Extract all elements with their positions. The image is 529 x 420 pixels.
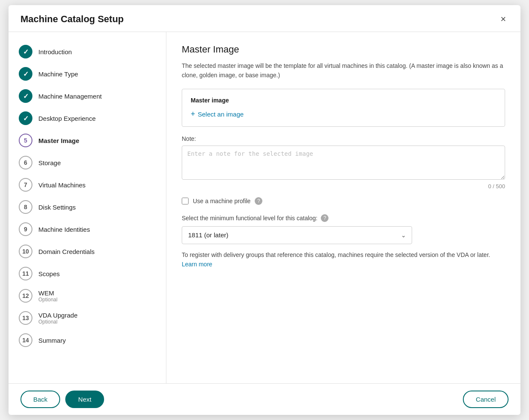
step-circle-9: 9 xyxy=(19,222,32,236)
step-label-5: Master Image xyxy=(38,137,79,144)
char-count: 0 / 500 xyxy=(182,183,505,190)
step-label-9: Machine Identities xyxy=(38,226,90,233)
machine-profile-label: Use a machine profile xyxy=(193,198,250,204)
master-image-label: Master image xyxy=(191,97,496,104)
select-image-button[interactable]: + Select an image xyxy=(191,110,244,119)
sidebar-step-10[interactable]: 10Domain Credentials xyxy=(9,240,166,262)
dialog-body: ✓Introduction✓Machine Type✓Machine Manag… xyxy=(9,32,520,383)
dialog-footer: Back Next Cancel xyxy=(9,383,520,415)
sidebar-step-4[interactable]: ✓Desktop Experience xyxy=(9,107,166,129)
step-label-4: Desktop Experience xyxy=(38,115,96,122)
plus-icon: + xyxy=(191,110,195,119)
functional-level-help-icon[interactable]: ? xyxy=(321,214,328,222)
dialog-header: Machine Catalog Setup × xyxy=(9,5,520,32)
note-textarea[interactable] xyxy=(182,146,505,180)
note-section: Note: 0 / 500 xyxy=(182,135,505,190)
close-button[interactable]: × xyxy=(498,14,509,25)
step-circle-14: 14 xyxy=(19,333,32,347)
functional-level-select[interactable]: 1811 (or later)2003 (or later)2006 (or l… xyxy=(182,226,412,244)
sidebar-step-2[interactable]: ✓Machine Type xyxy=(9,63,166,85)
step-circle-6: 6 xyxy=(19,156,32,169)
step-circle-7: 7 xyxy=(19,178,32,192)
sidebar-step-6[interactable]: 6Storage xyxy=(9,152,166,174)
functional-level-text: Select the minimum functional level for … xyxy=(182,215,317,222)
master-image-box: Master image + Select an image xyxy=(182,89,505,127)
sidebar-step-3[interactable]: ✓Machine Management xyxy=(9,85,166,107)
machine-profile-row: Use a machine profile ? xyxy=(182,197,505,205)
sidebar-step-11[interactable]: 11Scopes xyxy=(9,262,166,285)
step-label-7: Virtual Machines xyxy=(38,181,86,189)
step-label-1: Introduction xyxy=(38,48,72,55)
footer-left-buttons: Back Next xyxy=(20,391,104,408)
step-circle-5: 5 xyxy=(19,134,32,147)
dialog-title: Machine Catalog Setup xyxy=(20,14,124,25)
machine-catalog-setup-dialog: Machine Catalog Setup × ✓Introduction✓Ma… xyxy=(9,5,520,415)
sidebar-step-9[interactable]: 9Machine Identities xyxy=(9,218,166,240)
learn-more-link[interactable]: Learn more xyxy=(182,261,212,268)
select-image-label: Select an image xyxy=(198,111,244,118)
description-text: The selected master image will be the te… xyxy=(182,61,505,80)
step-label-2: Machine Type xyxy=(38,70,78,78)
step-label-3: Machine Management xyxy=(38,93,102,100)
note-label: Note: xyxy=(182,135,505,142)
step-label-10: Domain Credentials xyxy=(38,248,95,255)
functional-level-label: Select the minimum functional level for … xyxy=(182,214,505,222)
sidebar-step-5[interactable]: 5Master Image xyxy=(9,129,166,152)
step-label-11: Scopes xyxy=(38,270,60,277)
step-label-8: Disk Settings xyxy=(38,204,76,211)
vda-note-text: To register with delivery groups that re… xyxy=(182,251,490,258)
next-button[interactable]: Next xyxy=(65,391,104,408)
step-circle-3: ✓ xyxy=(19,89,32,103)
step-label-12: WEMOptional xyxy=(38,289,58,303)
step-label-13: VDA UpgradeOptional xyxy=(38,312,78,325)
cancel-button[interactable]: Cancel xyxy=(463,391,509,408)
step-label-14: Summary xyxy=(38,337,66,344)
sidebar-step-12[interactable]: 12WEMOptional xyxy=(9,285,166,307)
sidebar-step-8[interactable]: 8Disk Settings xyxy=(9,196,166,218)
vda-note: To register with delivery groups that re… xyxy=(182,250,505,269)
step-circle-4: ✓ xyxy=(19,111,32,125)
machine-profile-checkbox[interactable] xyxy=(182,198,189,204)
sidebar-step-7[interactable]: 7Virtual Machines xyxy=(9,174,166,196)
step-circle-10: 10 xyxy=(19,245,32,258)
sidebar-step-1[interactable]: ✓Introduction xyxy=(9,41,166,63)
page-title: Master Image xyxy=(182,44,505,55)
step-label-6: Storage xyxy=(38,159,61,166)
machine-profile-help-icon[interactable]: ? xyxy=(255,197,262,205)
main-content: Master Image The selected master image w… xyxy=(166,32,520,383)
sidebar: ✓Introduction✓Machine Type✓Machine Manag… xyxy=(9,32,166,383)
step-circle-13: 13 xyxy=(19,311,32,325)
functional-level-dropdown-wrapper: 1811 (or later)2003 (or later)2006 (or l… xyxy=(182,226,412,244)
step-circle-2: ✓ xyxy=(19,67,32,81)
step-circle-11: 11 xyxy=(19,267,32,280)
step-circle-8: 8 xyxy=(19,200,32,214)
functional-level-section: Select the minimum functional level for … xyxy=(182,214,505,269)
sidebar-step-14[interactable]: 14Summary xyxy=(9,329,166,351)
sidebar-step-13[interactable]: 13VDA UpgradeOptional xyxy=(9,307,166,329)
step-circle-12: 12 xyxy=(19,289,32,303)
step-circle-1: ✓ xyxy=(19,45,32,58)
back-button[interactable]: Back xyxy=(20,391,60,408)
